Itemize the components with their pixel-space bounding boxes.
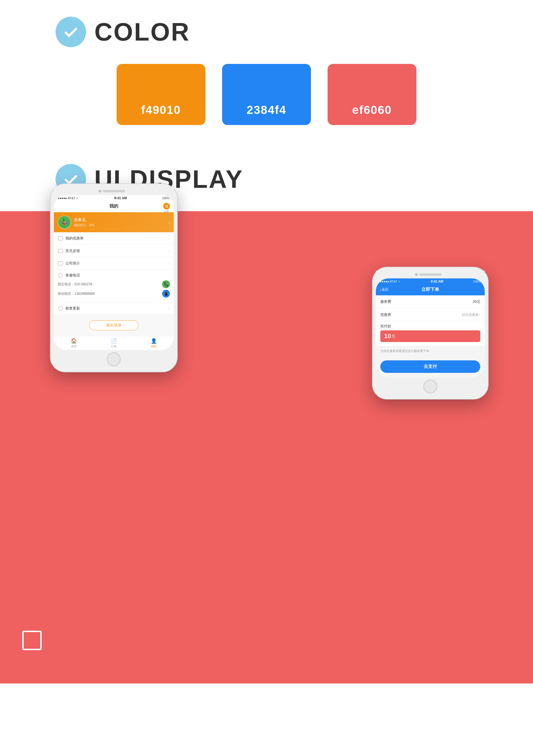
battery-left: 100% xyxy=(162,197,170,200)
user-points: 我的积分：260 xyxy=(74,223,168,227)
logout-area: 退出登录 xyxy=(54,315,174,336)
tab-home[interactable]: 🏠 首页 xyxy=(54,338,94,348)
order-note: 为保证服务质量请您支付服务费下单 xyxy=(376,346,485,356)
coupon-arrow: › xyxy=(479,313,480,317)
time-right: 9:41 AM xyxy=(431,280,444,284)
tab-mine[interactable]: 👤 我的 xyxy=(134,338,174,348)
tab-bar: 🏠 首页 📄 订单 👤 我的 xyxy=(54,336,174,350)
color-label-blue: 2384f4 xyxy=(247,103,287,117)
check-circle-color xyxy=(56,17,86,47)
phone-icon-mobile: 📱 xyxy=(164,291,168,296)
signal-left: ●●●●● AT&T ᯤ xyxy=(58,197,79,200)
tab-mine-label: 我的 xyxy=(151,344,157,348)
coupon-row[interactable]: 优惠券 10元优惠券 › xyxy=(376,309,485,321)
order-screen-title: 立即下单 xyxy=(421,287,439,293)
menu-item-about[interactable]: 公司简介 › xyxy=(54,257,174,270)
update-label: 检查更新 xyxy=(65,306,80,311)
coupon-link[interactable]: 10元优惠券 › xyxy=(462,312,480,317)
square-icon xyxy=(22,631,42,650)
check-icon xyxy=(63,24,79,40)
screen-title-mine: 我的 xyxy=(109,204,118,208)
update-item[interactable]: 检查更新 › xyxy=(54,302,174,315)
color-section-title: COLOR xyxy=(94,18,190,46)
arrow-right-user: › xyxy=(168,220,170,225)
color-header: COLOR xyxy=(56,17,477,47)
payment-label: 实付款 xyxy=(380,324,480,329)
signal-right: ●●●●● AT&T ᯤ xyxy=(380,280,401,283)
menu-item-feedback[interactable]: 意见反馈 › xyxy=(54,245,174,257)
phone-icon-landline: 📞 xyxy=(164,282,168,286)
orders-icon: 📄 xyxy=(111,338,117,344)
phones-container: ●●●●● AT&T ᯤ 9:41 AM 100% 我的 ⚙ 设置 xyxy=(0,211,533,684)
service-fee-label: 服务费 xyxy=(380,299,391,304)
battery-right: 100% xyxy=(473,280,481,283)
camera-dot-left xyxy=(99,190,101,193)
pay-button[interactable]: 去支付 xyxy=(380,360,480,373)
phone-notch-left xyxy=(54,187,174,195)
red-background-section: ●●●●● AT&T ᯤ 9:41 AM 100% 我的 ⚙ 设置 xyxy=(0,211,533,756)
color-label-orange: f49010 xyxy=(141,103,181,117)
avatar: 🦆 xyxy=(58,216,71,229)
amount-value: 10 xyxy=(384,333,391,340)
phone-screen-right: ●●●●● AT&T ᯤ 9:41 AM 100% ‹ 返回 立即下单 xyxy=(376,278,485,377)
menu-list: 我的优惠券 › 意见反馈 › xyxy=(54,232,174,270)
color-swatch-blue: 2384f4 xyxy=(222,64,311,125)
coupon-icon xyxy=(58,236,63,241)
back-chevron-icon: ‹ xyxy=(380,287,381,292)
color-swatches: f49010 2384f4 ef6060 xyxy=(56,64,477,125)
tab-orders-label: 订单 xyxy=(111,344,116,348)
tab-home-label: 首页 xyxy=(71,344,77,348)
payment-amount-row: 实付款 10 元 xyxy=(376,321,485,346)
back-label: 返回 xyxy=(382,287,388,292)
order-body: 服务费 20元 优惠券 10元优惠券 › 实付款 xyxy=(376,295,485,377)
coupon-label: 我的优惠券 xyxy=(65,236,84,241)
back-button[interactable]: ‹ 返回 xyxy=(380,287,388,292)
color-swatch-orange: f49010 xyxy=(116,64,205,125)
service-section: 客服电话 固定电话：010-560278 📞 移动电话：13628888888 … xyxy=(54,270,174,302)
about-label: 公司简介 xyxy=(65,261,80,266)
call-btn-landline[interactable]: 📞 xyxy=(162,280,170,288)
about-icon xyxy=(58,260,63,266)
home-button-right[interactable] xyxy=(423,380,437,393)
arrow-right-feedback: › xyxy=(168,249,170,253)
gear-icon[interactable]: ⚙ 设置 xyxy=(163,203,170,213)
color-label-red: ef6060 xyxy=(352,103,392,117)
speaker-right xyxy=(419,273,442,276)
arrow-right-about: › xyxy=(168,261,170,266)
user-info: 大本儿 我的积分：260 xyxy=(74,218,168,227)
call-btn-mobile[interactable]: 📱 xyxy=(162,290,170,298)
mobile-label: 移动电话：13628888888 xyxy=(58,291,95,296)
home-button-left[interactable] xyxy=(107,352,121,366)
color-section: COLOR f49010 2384f4 ef6060 xyxy=(0,0,533,147)
home-icon: 🏠 xyxy=(71,338,77,344)
coupon-row-label: 优惠券 xyxy=(380,312,391,317)
mobile-row: 移动电话：13628888888 📱 xyxy=(58,290,170,298)
amount-highlight: 10 元 xyxy=(380,330,480,342)
gear-label: 设置 xyxy=(164,210,169,213)
tab-orders[interactable]: 📄 订单 xyxy=(94,338,134,348)
status-bar-left: ●●●●● AT&T ᯤ 9:41 AM 100% xyxy=(54,195,174,201)
menu-item-coupon[interactable]: 我的优惠券 › xyxy=(54,232,174,245)
service-fee-value: 20元 xyxy=(473,299,480,304)
square-inner xyxy=(27,635,37,645)
user-banner[interactable]: 🦆 大本儿 我的积分：260 › xyxy=(54,212,174,232)
landline-row: 固定电话：010-560278 📞 xyxy=(58,280,170,288)
service-title: 客服电话 xyxy=(65,273,80,278)
gear-symbol: ⚙ xyxy=(163,203,170,209)
update-icon xyxy=(58,306,63,311)
status-bar-right: ●●●●● AT&T ᯤ 9:41 AM 100% xyxy=(376,278,485,284)
time-left: 9:41 AM xyxy=(114,196,127,200)
feedback-icon xyxy=(58,248,63,254)
logout-button[interactable]: 退出登录 xyxy=(89,320,139,330)
screen-header-order: ‹ 返回 立即下单 xyxy=(376,284,485,295)
color-swatch-red: ef6060 xyxy=(328,64,417,125)
phone-screen-left: ●●●●● AT&T ᯤ 9:41 AM 100% 我的 ⚙ 设置 xyxy=(54,195,174,350)
arrow-right-update: › xyxy=(168,306,170,310)
phone-right: ●●●●● AT&T ᯤ 9:41 AM 100% ‹ 返回 立即下单 xyxy=(372,267,489,399)
landline-label: 固定电话：010-560278 xyxy=(58,282,92,287)
white-bottom-section xyxy=(0,684,533,756)
screen-header-mine: 我的 ⚙ 设置 xyxy=(54,201,174,212)
mine-icon: 👤 xyxy=(151,338,157,344)
speaker-left xyxy=(103,190,125,192)
phone-notch-right xyxy=(376,271,485,278)
